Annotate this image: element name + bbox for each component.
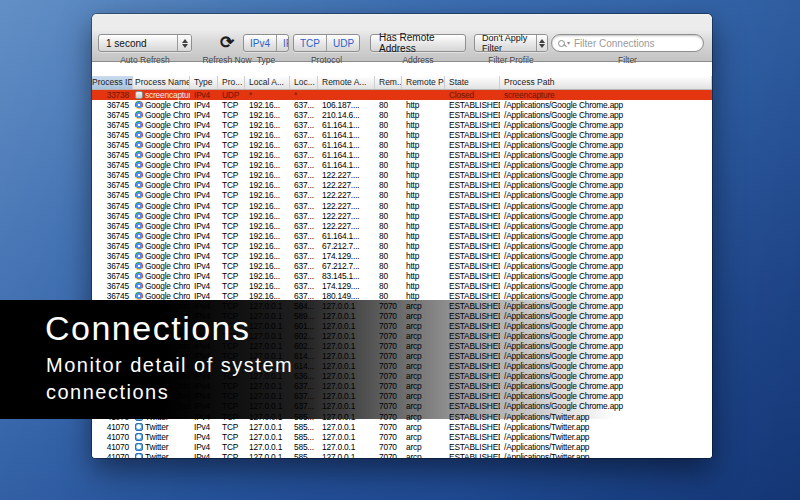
auto-refresh-popup[interactable]: 1 second <box>98 34 192 52</box>
segment-udp[interactable]: UDP <box>326 35 360 52</box>
cell-remote-port-name: http <box>402 140 445 150</box>
table-row[interactable]: 36745 Google Chrome IPv4 TCP 192.16... 6… <box>92 221 712 231</box>
protocol-label: Protocol <box>293 55 360 65</box>
cell-local-address: 192.16... <box>245 150 290 160</box>
cell-remote-port: 80 <box>375 110 402 120</box>
table-row[interactable]: 36745 Google Chrome IPv4 TCP 192.16... 6… <box>92 251 712 261</box>
cell-state: ESTABLISHED <box>445 221 500 231</box>
cell-remote-address: 61.164.1... <box>318 130 375 140</box>
column-header-la[interactable]: Local A... <box>245 76 290 89</box>
cell-type: IPv4 <box>190 170 218 180</box>
table-row[interactable]: 36745 Google Chrome IPv4 TCP 192.16... 6… <box>92 180 712 190</box>
cell-local-port: 637... <box>290 190 318 200</box>
cell-remote-port-name: http <box>402 180 445 190</box>
table-row[interactable]: 36745 Google Chrome IPv4 TCP 192.16... 6… <box>92 241 712 251</box>
table-row[interactable]: 36745 Google Chrome IPv4 TCP 192.16... 6… <box>92 170 712 180</box>
column-header-path[interactable]: Process Path <box>500 76 712 89</box>
cell-process-name: Google Chrome <box>133 271 190 281</box>
table-row[interactable]: 41070 Twitter IPv4 TCP 127.0.0.1 585... … <box>92 422 712 432</box>
table-row[interactable]: 36745 Google Chrome IPv4 TCP 192.16... 6… <box>92 261 712 271</box>
cell-process-path: /Applications/Twitter.app <box>500 452 712 458</box>
cell-state: ESTABLISHED <box>445 140 500 150</box>
app-icon <box>135 262 143 270</box>
table-row[interactable]: 33738 screencapture IPv4 UDP * * Closed … <box>92 90 712 100</box>
cell-local-address: 192.16... <box>245 271 290 281</box>
cell-protocol: TCP <box>218 442 245 452</box>
cell-protocol: TCP <box>218 140 245 150</box>
cell-protocol: TCP <box>218 150 245 160</box>
segment-ipv6[interactable]: IPv6 <box>276 35 289 52</box>
cell-remote-port-name: http <box>402 201 445 211</box>
filter-group: ▾ Filter <box>551 34 704 52</box>
column-header-name[interactable]: Process Name <box>133 76 190 89</box>
cell-process-id: 36745 <box>92 140 133 150</box>
app-icon <box>135 292 143 300</box>
cell-type: IPv4 <box>190 201 218 211</box>
filter-label: Filter <box>551 55 704 65</box>
address-label: Address <box>370 55 466 65</box>
table-row[interactable]: 41070 Twitter IPv4 TCP 127.0.0.1 585... … <box>92 442 712 452</box>
column-header-pr[interactable]: Pro... <box>218 76 245 89</box>
filter-profile-popup[interactable]: Don't Apply Filter <box>474 34 548 52</box>
table-row[interactable]: 36745 Google Chrome IPv4 TCP 192.16... 6… <box>92 120 712 130</box>
table-row[interactable]: 36745 Google Chrome IPv4 TCP 192.16... 6… <box>92 201 712 211</box>
segment-ipv4[interactable]: IPv4 <box>244 35 276 52</box>
column-header-st[interactable]: State <box>445 76 500 89</box>
cell-protocol: TCP <box>218 170 245 180</box>
cell-process-id: 36745 <box>92 251 133 261</box>
cell-remote-port-name: http <box>402 110 445 120</box>
cell-local-port: 637... <box>290 150 318 160</box>
table-row[interactable]: 36745 Google Chrome IPv4 TCP 192.16... 6… <box>92 110 712 120</box>
cell-process-id: 36745 <box>92 150 133 160</box>
cell-state: ESTABLISHED <box>445 452 500 458</box>
cell-local-address: 192.16... <box>245 120 290 130</box>
cell-remote-port-name: http <box>402 251 445 261</box>
column-header-sv[interactable]: Remote Po... <box>402 76 445 89</box>
cell-process-id: 33738 <box>92 90 133 100</box>
table-row[interactable]: 36745 Google Chrome IPv4 TCP 192.16... 6… <box>92 211 712 221</box>
table-row[interactable]: 36745 Google Chrome IPv4 TCP 192.16... 6… <box>92 281 712 291</box>
cell-remote-port: 80 <box>375 160 402 170</box>
has-remote-address-button[interactable]: Has Remote Address <box>370 34 466 52</box>
search-input[interactable] <box>574 38 692 49</box>
cell-process-id: 41070 <box>92 422 133 432</box>
type-segmented-control: IPv4 IPv6 <box>243 34 289 52</box>
cell-local-port: 637... <box>290 241 318 251</box>
table-row[interactable]: 36745 Google Chrome IPv4 TCP 192.16... 6… <box>92 271 712 281</box>
table-row[interactable]: 36745 Google Chrome IPv4 TCP 192.16... 6… <box>92 190 712 200</box>
cell-process-path: /Applications/Google Chrome.app <box>500 251 712 261</box>
cell-type: IPv4 <box>190 100 218 110</box>
cell-process-name: screencapture <box>133 90 190 100</box>
column-header-type[interactable]: Type <box>190 76 218 89</box>
column-header-ra[interactable]: Remote A... <box>318 76 375 89</box>
type-label: Type <box>243 55 289 65</box>
table-row[interactable]: 41070 Twitter IPv4 TCP 127.0.0.1 585... … <box>92 452 712 458</box>
table-row[interactable]: 36745 Google Chrome IPv4 TCP 192.16... 6… <box>92 140 712 150</box>
filter-profile-label: Filter Profile <box>474 55 548 65</box>
app-icon <box>135 212 143 220</box>
cell-local-port: 637... <box>290 180 318 190</box>
search-field[interactable]: ▾ <box>551 34 704 52</box>
caption-title: Connections <box>45 309 251 348</box>
cell-state: ESTABLISHED <box>445 231 500 241</box>
table-row[interactable]: 36745 Google Chrome IPv4 TCP 192.16... 6… <box>92 150 712 160</box>
cell-local-port: 637... <box>290 170 318 180</box>
column-header-pid[interactable]: Process ID▲ <box>92 76 133 89</box>
table-row[interactable]: 36745 Google Chrome IPv4 TCP 192.16... 6… <box>92 100 712 110</box>
table-row[interactable]: 36745 Google Chrome IPv4 TCP 192.16... 6… <box>92 160 712 170</box>
cell-local-address: 192.16... <box>245 201 290 211</box>
table-row[interactable]: 36745 Google Chrome IPv4 TCP 192.16... 6… <box>92 130 712 140</box>
table-row[interactable]: 41070 Twitter IPv4 TCP 127.0.0.1 585... … <box>92 432 712 442</box>
cell-process-name: Google Chrome <box>133 190 190 200</box>
column-header-rp[interactable]: Rem... <box>375 76 402 89</box>
cell-state: ESTABLISHED <box>445 211 500 221</box>
cell-process-id: 36745 <box>92 241 133 251</box>
table-row[interactable]: 36745 Google Chrome IPv4 TCP 192.16... 6… <box>92 231 712 241</box>
cell-remote-address: 61.164.1... <box>318 120 375 130</box>
app-icon <box>135 131 143 139</box>
cell-local-address: 192.16... <box>245 281 290 291</box>
app-icon <box>135 272 143 280</box>
column-header-lp[interactable]: Loc... <box>290 76 318 89</box>
segment-tcp[interactable]: TCP <box>294 35 326 52</box>
cell-remote-address: 61.164.1... <box>318 231 375 241</box>
